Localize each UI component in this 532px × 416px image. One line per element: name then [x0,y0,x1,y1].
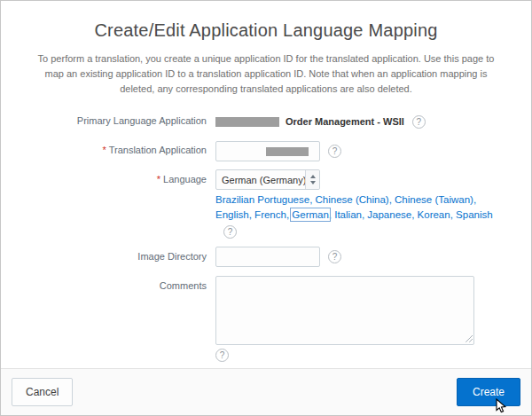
image-directory-input[interactable] [215,247,320,267]
primary-language-label: Primary Language Application [19,111,207,126]
image-directory-label: Image Directory [19,247,207,262]
help-icon[interactable]: ? [328,145,341,158]
help-icon[interactable]: ? [223,225,237,239]
required-marker: * [157,174,160,184]
help-icon[interactable]: ? [215,349,229,362]
comments-textarea[interactable] [215,276,474,345]
primary-language-value: Order Management - WSII ? [215,111,513,132]
language-row: *Language German (Germany) (de) Brazilia… [19,169,513,239]
language-link[interactable]: Chinese (Taiwan) [395,194,473,205]
required-marker: * [102,145,106,155]
language-link[interactable]: Italian [334,209,362,220]
language-link[interactable]: Korean [418,209,450,220]
translation-application-row: *Translation Application ? [19,140,513,161]
language-link[interactable]: German [292,209,329,220]
language-link[interactable]: Spanish [456,209,493,220]
translation-application-input[interactable] [215,141,320,161]
chevron-up-icon [310,175,316,178]
dialog-content: Create/Edit Application Language Mapping… [1,1,531,389]
comments-row: Comments ? [19,276,513,362]
page-description: To perform a translation, you create a u… [30,51,502,97]
dialog-footer: Cancel Create [1,368,531,415]
translation-application-label: *Translation Application [19,140,207,155]
language-select[interactable]: German (Germany) (de) [215,169,320,190]
cancel-button[interactable]: Cancel [12,378,73,406]
redacted-application-id [215,117,279,127]
comments-label: Comments [19,276,207,291]
select-spinner-icon[interactable] [305,170,319,189]
language-link[interactable]: Chinese (China) [316,194,389,205]
language-link[interactable]: Brazilian Portuguese [215,194,309,205]
chevron-down-icon [310,181,316,184]
image-directory-row: Image Directory ? [19,247,513,268]
language-link-separator: , [473,194,476,205]
language-links: Brazilian Portuguese, Chinese (China), C… [215,194,493,220]
help-icon[interactable]: ? [328,250,341,263]
language-link[interactable]: Japanese [367,209,411,220]
help-icon[interactable]: ? [412,115,426,129]
create-button[interactable]: Create [457,378,520,406]
language-link[interactable]: English [215,209,249,220]
create-edit-language-mapping-dialog: Create/Edit Application Language Mapping… [0,0,532,416]
page-title: Create/Edit Application Language Mapping [19,20,513,41]
language-label: *Language [19,169,207,184]
primary-language-app-name: Order Management - WSII [286,116,404,127]
primary-language-row: Primary Language Application Order Manag… [19,111,513,132]
language-link[interactable]: French [254,209,286,220]
